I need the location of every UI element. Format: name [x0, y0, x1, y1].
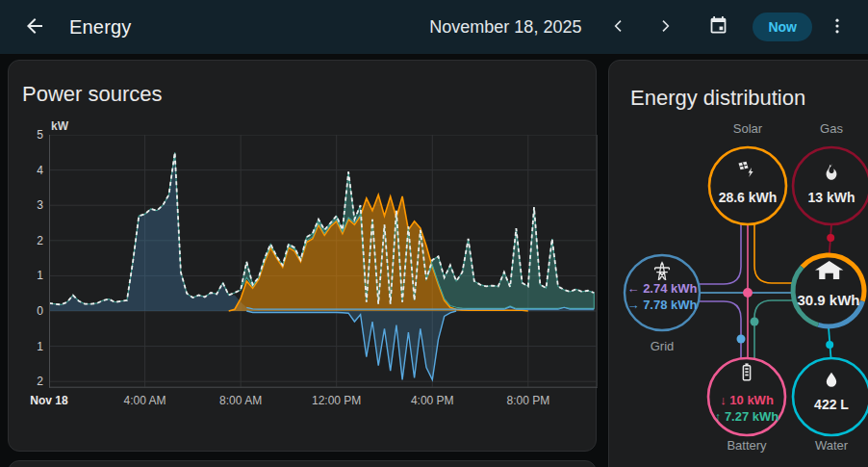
power-sources-chart[interactable]: kW 54321012 Nov 184:00 AM8:00 AM12:00 PM…	[22, 120, 584, 409]
y-axis-unit: kW	[51, 119, 68, 133]
back-button[interactable]	[15, 8, 54, 46]
solar-to-grid-line	[700, 224, 741, 284]
next-day-button[interactable]	[649, 11, 681, 43]
gas-node-value: 13 kWh	[807, 190, 855, 205]
x-tick-label: 8:00 AM	[219, 394, 262, 407]
arrow-down-glyph: ↓	[720, 393, 727, 407]
y-tick-label: 2	[22, 375, 43, 388]
water-flow-dot	[826, 341, 833, 349]
chart-plot-area[interactable]	[49, 135, 600, 389]
chevron-left-icon	[611, 18, 626, 37]
battery-to-home-line	[754, 300, 792, 358]
arrow-left-glyph: ←	[627, 281, 640, 296]
solar-node-label: Solar	[733, 121, 762, 136]
x-tick-label: 4:00 PM	[411, 394, 454, 407]
power-sources-card: Power sources kW 54321012 Nov 184:00 AM8…	[8, 60, 597, 452]
page-title: Energy	[69, 16, 132, 39]
y-tick-label: 0	[22, 304, 43, 318]
battery-node-label: Battery	[727, 438, 766, 453]
now-button[interactable]: Now	[753, 13, 812, 41]
y-tick-label: 1	[22, 269, 43, 282]
grid-flow-dot	[737, 335, 746, 344]
gas-node-label: Gas	[820, 121, 843, 136]
energy-distribution-card: Energy distribution	[608, 60, 868, 467]
grid-to-battery-line	[700, 301, 741, 358]
y-tick-label: 1	[22, 340, 43, 353]
app-header: Energy November 18, 2025 Now	[0, 0, 868, 54]
x-tick-label: 4:00 AM	[124, 394, 166, 407]
gas-node-circle[interactable]	[793, 147, 868, 224]
y-tick-label: 5	[22, 128, 43, 142]
gas-flow-dot	[827, 234, 834, 242]
power-sources-title: Power sources	[22, 82, 582, 107]
x-tick-label: 12:00 PM	[312, 394, 361, 407]
next-card-partial	[8, 460, 597, 467]
x-tick-label: Nov 18	[30, 394, 67, 407]
battery-out-value: ↑ 7.27 kWh	[715, 409, 779, 424]
battery-in-value: ↓ 10 kWh	[720, 393, 774, 407]
grid-export-value: ← 2.74 kWh	[627, 281, 698, 296]
dots-vertical-icon	[828, 16, 847, 39]
grid-import-value: → 7.78 kWh	[627, 298, 698, 312]
prev-day-button[interactable]	[602, 11, 635, 43]
arrow-left-icon	[23, 14, 46, 40]
chevron-right-icon	[657, 18, 673, 37]
solar-node-circle[interactable]	[709, 147, 786, 224]
home-node-ring[interactable]	[779, 241, 868, 342]
solar-node-value: 28.6 kWh	[719, 190, 778, 205]
battery-charge-flow-dot	[743, 288, 753, 298]
arrow-right-glyph: →	[627, 298, 640, 312]
water-node-label: Water	[815, 438, 848, 453]
calendar-icon	[708, 15, 728, 39]
x-tick-label: 8:00 PM	[506, 394, 549, 407]
grid-node-label: Grid	[651, 339, 675, 353]
solar-to-home-line	[754, 224, 792, 283]
calendar-button[interactable]	[699, 8, 737, 46]
y-tick-label: 3	[22, 198, 43, 212]
overflow-menu-button[interactable]	[818, 8, 856, 46]
y-tick-label: 4	[22, 164, 43, 177]
water-node-value: 422 L	[814, 397, 849, 412]
energy-distribution-diagram: Solar Gas 28.6 kWh 13 kWh ← 2.74 kWh → 7…	[609, 61, 868, 467]
battery-discharge-flow-dot	[751, 318, 759, 326]
y-tick-label: 2	[22, 234, 43, 247]
home-node-value: 30.9 kWh	[797, 292, 859, 308]
arrow-up-glyph: ↑	[715, 409, 722, 424]
date-label: November 18, 2025	[429, 17, 581, 38]
